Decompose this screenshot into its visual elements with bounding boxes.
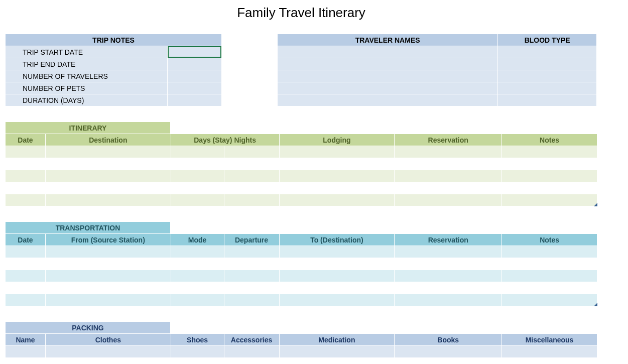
col-header: Shoes [171,334,224,346]
col-header: From (Source Station) [45,234,171,246]
travelers-blood-header: BLOOD TYPE [498,34,597,46]
trip-notes-label[interactable]: NUMBER OF PETS [6,82,168,94]
trip-notes-value[interactable] [168,58,222,70]
page-title: Family Travel Itinerary [5,5,597,21]
transportation-table: Date From (Source Station) Mode Departur… [5,233,597,306]
transportation-title: TRANSPORTATION [5,221,171,233]
col-header: Destination [45,134,171,146]
traveler-name-cell[interactable] [278,58,498,70]
table-row [6,146,597,158]
expand-handle-icon[interactable] [594,303,597,306]
table-row [6,358,597,365]
packing-table: Name Clothes Shoes Accessories Medicatio… [5,333,597,364]
expand-handle-icon[interactable] [594,203,597,206]
table-row [6,182,597,194]
col-header: Mode [171,234,224,246]
trip-notes-value[interactable] [168,94,222,106]
table-row: NUMBER OF TRAVELERS [6,70,222,82]
trip-notes-value-selected[interactable] [168,46,222,58]
table-row [278,58,597,70]
table-row [6,194,597,206]
trip-notes-label[interactable]: TRIP START DATE [6,46,168,58]
table-row [6,294,597,306]
col-header: Reservation [395,234,502,246]
col-header: Name [6,334,46,346]
col-header: Accessories [224,334,279,346]
table-row: TRIP START DATE [6,46,222,58]
table-row [6,282,597,294]
col-header: Medication [279,334,395,346]
col-header: Notes [502,134,597,146]
traveler-blood-cell[interactable] [498,58,597,70]
travelers-name-header: TRAVELER NAMES [278,34,498,46]
col-header: Clothes [45,334,171,346]
table-row: DURATION (DAYS) [6,94,222,106]
transportation-section: TRANSPORTATION Date From (Source Station… [5,221,597,306]
col-header: Notes [502,234,597,246]
col-header: Date [6,134,46,146]
table-row [6,346,597,358]
table-row [278,94,597,106]
itinerary-title: ITINERARY [5,122,171,134]
col-header: Date [6,234,46,246]
packing-section: PACKING Name Clothes Shoes Accessories M… [5,321,597,364]
trip-notes-table: TRIP NOTES TRIP START DATE TRIP END DATE… [5,34,222,106]
table-row: NUMBER OF PETS [6,82,222,94]
trip-notes-value[interactable] [168,82,222,94]
travelers-table: TRAVELER NAMES BLOOD TYPE [277,34,597,106]
table-row [6,258,597,270]
trip-notes-label[interactable]: DURATION (DAYS) [6,94,168,106]
table-row: TRIP END DATE [6,58,222,70]
col-header: Miscellaneous [502,334,597,346]
table-row [278,46,597,58]
trip-notes-label[interactable]: TRIP END DATE [6,58,168,70]
col-header: Days (Stay) Nights [171,134,279,146]
table-row [6,158,597,170]
col-header: Reservation [395,134,502,146]
top-row: TRIP NOTES TRIP START DATE TRIP END DATE… [5,34,628,106]
traveler-name-cell[interactable] [278,70,498,82]
col-header: Lodging [279,134,395,146]
col-header: Departure [224,234,279,246]
traveler-blood-cell[interactable] [498,82,597,94]
table-row [278,82,597,94]
table-row [6,270,597,282]
col-header: Books [395,334,502,346]
traveler-blood-cell[interactable] [498,70,597,82]
trip-notes-value[interactable] [168,70,222,82]
traveler-blood-cell[interactable] [498,46,597,58]
table-row [6,170,597,182]
traveler-blood-cell[interactable] [498,94,597,106]
traveler-name-cell[interactable] [278,94,498,106]
traveler-name-cell[interactable] [278,82,498,94]
table-row [6,246,597,258]
table-row [278,70,597,82]
traveler-name-cell[interactable] [278,46,498,58]
trip-notes-label[interactable]: NUMBER OF TRAVELERS [6,70,168,82]
itinerary-section: ITINERARY Date Destination Days (Stay) N… [5,122,597,206]
itinerary-table: Date Destination Days (Stay) Nights Lodg… [5,134,597,206]
col-header: To (Destination) [279,234,395,246]
trip-notes-header: TRIP NOTES [6,34,222,46]
packing-title: PACKING [5,321,171,333]
